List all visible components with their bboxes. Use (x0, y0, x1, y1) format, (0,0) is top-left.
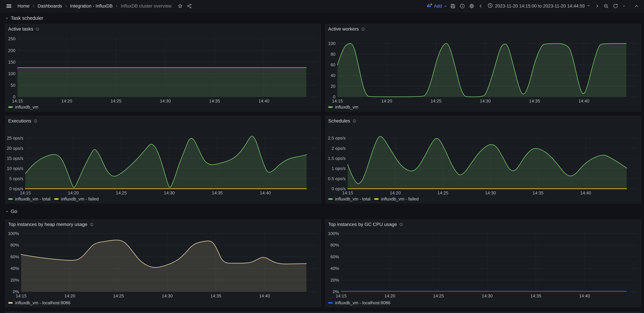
chart-canvas[interactable]: 0%20%40%60%80%100%14:1514:2014:2514:3014… (325, 220, 641, 307)
panel-active-tasks: Active tasks 05010015020025014:1514:2014… (5, 24, 321, 112)
svg-text:2 ops/s: 2 ops/s (332, 146, 346, 151)
info-circle-icon[interactable] (352, 119, 356, 123)
panel-header[interactable]: Top instances by GC CPU usage (328, 222, 403, 227)
refresh-icon[interactable] (612, 2, 619, 10)
clock-icon (487, 3, 493, 10)
chart-canvas[interactable]: 02040608010014:1514:2014:2514:3014:3514:… (325, 24, 641, 112)
info-circle-icon[interactable] (36, 27, 40, 31)
section-title: Task scheduler (11, 16, 43, 21)
breadcrumb-dashboards[interactable]: Dashboards (38, 4, 62, 9)
section-title: Go (11, 209, 17, 214)
legend-item[interactable]: influxdb_vm - total (8, 196, 50, 202)
caret-down-icon (587, 4, 590, 9)
svg-text:14:35: 14:35 (212, 190, 223, 195)
next-row-panels-edge (5, 312, 641, 313)
panel-header[interactable]: Executions (8, 118, 38, 124)
menu-icon[interactable] (5, 2, 13, 10)
panel-header[interactable]: Active workers (328, 26, 365, 32)
panel-active-workers: Active workers 02040608010014:1514:2014:… (325, 24, 641, 112)
legend-series-marker (328, 106, 333, 108)
svg-text:14:35: 14:35 (210, 293, 221, 298)
panel-schedules: Schedules 0 ops/s0.5 ops/s1 ops/s1.5 ops… (325, 116, 641, 204)
legend-item[interactable]: influxdb_vm - total (328, 196, 370, 202)
time-shift-forward-icon[interactable] (594, 2, 600, 10)
chart-canvas[interactable]: 0 ops/s0.5 ops/s1 ops/s1.5 ops/s2 ops/s2… (325, 116, 641, 203)
star-icon[interactable] (176, 2, 184, 10)
svg-text:80%: 80% (330, 242, 339, 248)
info-circle-icon[interactable] (361, 27, 365, 31)
svg-text:14:35: 14:35 (532, 190, 544, 195)
legend-item[interactable]: influxdb_vm - failed (54, 196, 99, 202)
legend-series-marker (328, 198, 333, 200)
legend-series-marker (8, 106, 13, 108)
svg-text:150: 150 (8, 60, 16, 64)
legend-item[interactable]: influxdb_vm - localhost:8086 (8, 300, 70, 306)
dashboard-canvas: Task scheduler Active tasks 050100150200… (0, 12, 644, 313)
info-circle-icon[interactable] (34, 119, 38, 123)
legend-series-label: influxdb_vm - localhost:8086 (335, 300, 390, 306)
svg-text:14:30: 14:30 (164, 190, 175, 195)
zoom-out-time-icon[interactable] (602, 2, 610, 10)
legend-item[interactable]: influxdb_vm - localhost:8086 (328, 300, 390, 306)
section-task-scheduler[interactable]: Task scheduler (5, 12, 641, 24)
time-shift-back-icon[interactable] (477, 2, 484, 10)
chart-legend: influxdb_vm - totalinfluxdb_vm - failed (8, 196, 99, 202)
panel-title: Executions (8, 118, 31, 124)
save-dashboard-icon[interactable] (449, 2, 457, 10)
dashboard-info-icon[interactable] (458, 2, 466, 10)
legend-series-label: influxdb_vm - failed (61, 196, 99, 202)
legend-series-marker (328, 302, 333, 304)
chart-canvas[interactable]: 05010015020025014:1514:2014:2514:3014:35… (5, 24, 321, 112)
legend-item[interactable]: influxdb_vm (328, 104, 358, 110)
panel-title: Active tasks (8, 26, 33, 32)
svg-text:14:40: 14:40 (260, 190, 271, 195)
svg-text:14:25: 14:25 (433, 293, 444, 298)
svg-text:14:25: 14:25 (116, 190, 127, 195)
panel-row-1: Active tasks 05010015020025014:1514:2014… (5, 24, 641, 112)
navbar-divider (630, 3, 630, 9)
time-range-label: 2023-11-20 14:15:00 to 2023-11-20 14:44:… (495, 4, 585, 9)
svg-text:80: 80 (330, 52, 336, 56)
svg-text:50: 50 (10, 83, 16, 88)
breadcrumb-current-dashboard[interactable]: InfluxDB cluster overview (121, 4, 172, 9)
chart-legend: influxdb_vm (8, 104, 38, 110)
svg-text:14:30: 14:30 (485, 190, 496, 195)
chart-canvas[interactable]: 0%20%40%60%80%100%14:1514:2014:2514:3014… (5, 220, 321, 307)
refresh-interval-caret-icon[interactable] (621, 3, 627, 9)
svg-text:14:40: 14:40 (258, 99, 269, 103)
panel-header[interactable]: Top instances by heap memory usage (8, 222, 94, 227)
chart-canvas[interactable]: 0 ops/s5 ops/s10 ops/s15 ops/s20 ops/s25… (5, 116, 321, 203)
svg-text:20%: 20% (10, 278, 19, 283)
svg-text:250: 250 (8, 36, 16, 41)
panel-title: Top instances by heap memory usage (8, 222, 88, 227)
kiosk-mode-caret-up-icon[interactable] (633, 2, 640, 10)
legend-series-label: influxdb_vm - failed (381, 196, 419, 202)
panel-gc-cpu: Top instances by GC CPU usage 0%20%40%60… (325, 219, 641, 307)
settings-gear-icon[interactable] (468, 2, 476, 10)
svg-text:14:40: 14:40 (579, 293, 590, 298)
add-button[interactable]: Add (426, 3, 447, 10)
panel-header[interactable]: Active tasks (8, 26, 40, 32)
svg-text:100: 100 (328, 41, 336, 46)
panel-header[interactable]: Schedules (328, 118, 356, 124)
info-circle-icon[interactable] (399, 222, 403, 226)
breadcrumb-folder[interactable]: Integration - InfluxDB (70, 4, 113, 9)
svg-text:14:20: 14:20 (390, 190, 401, 195)
svg-text:40: 40 (330, 73, 336, 78)
svg-text:14:40: 14:40 (580, 190, 591, 195)
breadcrumb-home[interactable]: Home (18, 4, 30, 9)
panel-row-2: Executions 0 ops/s5 ops/s10 ops/s15 ops/… (5, 116, 641, 204)
panel-title: Schedules (328, 118, 350, 124)
legend-item[interactable]: influxdb_vm - failed (374, 196, 419, 202)
share-icon[interactable] (186, 2, 193, 10)
svg-text:5 ops/s: 5 ops/s (9, 176, 23, 181)
svg-text:1.5 ops/s: 1.5 ops/s (328, 156, 346, 161)
svg-text:14:15: 14:15 (16, 293, 26, 298)
time-range-picker[interactable]: 2023-11-20 14:15:00 to 2023-11-20 14:44:… (486, 2, 592, 10)
svg-text:14:30: 14:30 (482, 293, 493, 298)
info-circle-icon[interactable] (90, 222, 94, 226)
legend-series-label: influxdb_vm - total (15, 196, 50, 202)
svg-text:14:35: 14:35 (529, 99, 540, 103)
section-go[interactable]: Go (5, 204, 641, 219)
legend-item[interactable]: influxdb_vm (8, 104, 38, 110)
